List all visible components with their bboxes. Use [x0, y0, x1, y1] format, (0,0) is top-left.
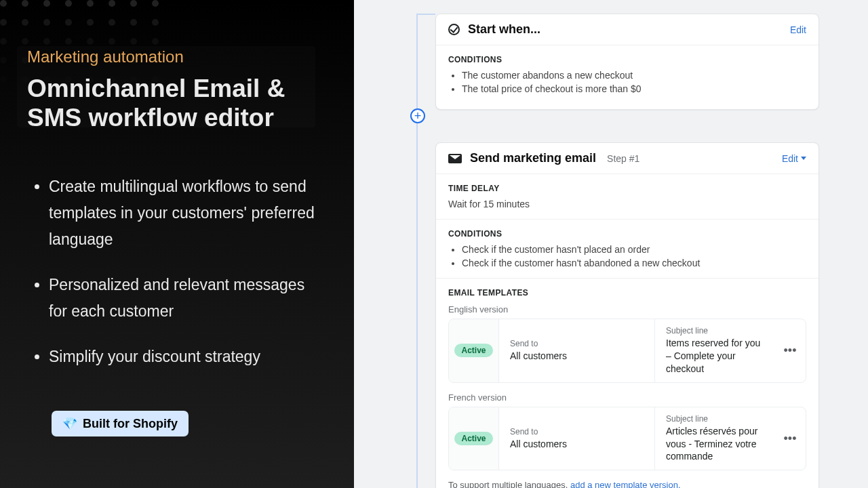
add-template-version-link[interactable]: add a new template version. [570, 480, 681, 488]
send-to-value: All customers [510, 438, 644, 451]
condition-item: The customer abandons a new checkout [462, 70, 806, 81]
built-for-shopify-badge: 💎 Built for Shopify [52, 411, 189, 436]
condition-item: Check if the customer hasn't abandoned a… [462, 258, 806, 268]
start-title: Start when... [468, 22, 540, 37]
template-row[interactable]: Active Send to All customers Subject lin… [448, 407, 806, 471]
kebab-icon: ••• [784, 432, 797, 446]
step-card: Send marketing email Step #1 Edit TIME D… [435, 142, 819, 488]
send-to-label: Send to [510, 427, 644, 436]
add-step-icon[interactable]: + [410, 108, 425, 123]
template-lang-label: English version [448, 304, 806, 314]
condition-item: Check if the customer hasn't placed an o… [462, 244, 806, 255]
subject-label: Subject line [666, 414, 764, 424]
chevron-down-icon [801, 157, 806, 160]
badge-label: Built for Shopify [83, 417, 178, 431]
subject-value: Items reserved for you – Complete your c… [666, 337, 764, 375]
page-title: Omnichannel Email & SMS workflow editor [27, 75, 327, 133]
send-to-label: Send to [510, 339, 644, 348]
templates-heading: EMAIL TEMPLATES [448, 288, 806, 298]
feature-bullet: Personalized and relevant messages for e… [49, 272, 327, 325]
start-card: Start when... Edit CONDITIONS The custom… [435, 14, 819, 110]
step-title: Send marketing email [470, 151, 596, 165]
subject-label: Subject line [666, 326, 764, 336]
send-to-value: All customers [510, 350, 644, 363]
marketing-left-panel: Marketing automation Omnichannel Email &… [0, 0, 354, 488]
template-status-cell: Active [449, 407, 499, 470]
mail-icon [448, 154, 462, 163]
conditions-heading: CONDITIONS [448, 55, 806, 64]
check-circle-icon [448, 24, 460, 35]
template-row[interactable]: Active Send to All customers Subject lin… [448, 319, 806, 383]
eyebrow: Marketing automation [27, 47, 327, 66]
conditions-heading: CONDITIONS [448, 229, 806, 239]
subject-value: Articles réservés pour vous - Terminez v… [666, 425, 764, 464]
feature-bullet: Simplify your discount strategy [49, 344, 327, 370]
template-menu-button[interactable]: ••• [774, 319, 806, 382]
gem-icon: 💎 [62, 416, 77, 431]
support-languages-text: To support multiple languages, add a new… [448, 480, 806, 488]
kebab-icon: ••• [784, 344, 797, 358]
feature-bullets: Create multilingual workflows to send te… [34, 174, 327, 371]
feature-bullet: Create multilingual workflows to send te… [49, 174, 327, 253]
template-status-cell: Active [449, 319, 499, 382]
status-badge: Active [454, 344, 492, 357]
template-lang-label: French version [448, 392, 806, 403]
time-delay-heading: TIME DELAY [448, 184, 806, 193]
time-delay-value: Wait for 15 minutes [448, 199, 806, 209]
step-number: Step #1 [607, 153, 639, 164]
workflow-canvas: + Start when... Edit CONDITIONS The cust… [354, 0, 868, 488]
status-badge: Active [454, 432, 492, 445]
condition-item: The total price of checkout is more than… [462, 83, 806, 94]
template-menu-button[interactable]: ••• [774, 407, 806, 470]
flow-connector [416, 14, 418, 488]
edit-step-button[interactable]: Edit [782, 153, 806, 164]
edit-start-button[interactable]: Edit [790, 24, 806, 35]
